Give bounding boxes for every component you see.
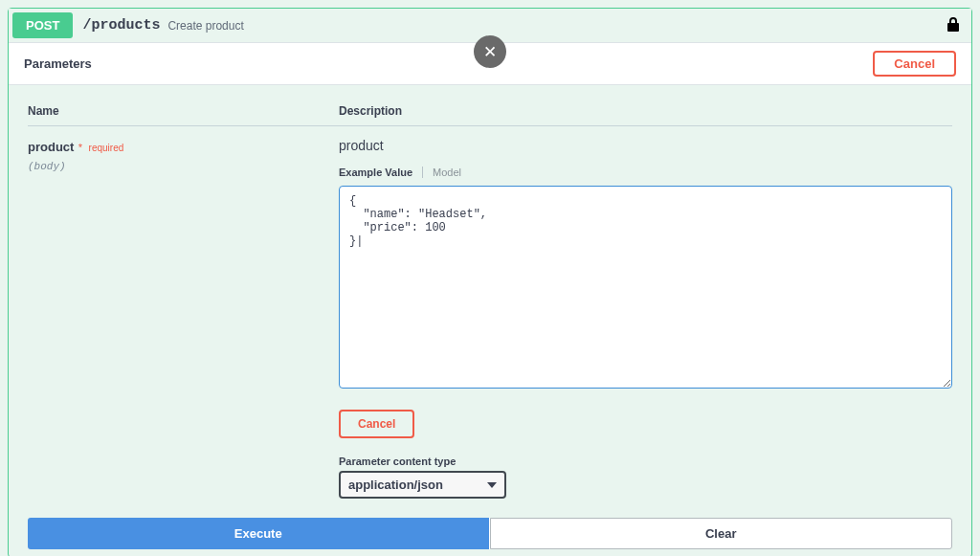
close-icon[interactable]: ✕	[474, 35, 506, 68]
parameters-header-bar: Parameters ✕ Cancel	[9, 42, 971, 85]
column-header-description: Description	[339, 104, 952, 118]
parameter-name-line: product * required	[28, 138, 339, 155]
parameter-description: product	[339, 138, 952, 153]
content-type-label: Parameter content type	[339, 456, 952, 467]
parameter-description-cell: product Example Value Model Cancel Param…	[339, 138, 952, 499]
request-body-textarea[interactable]	[339, 186, 952, 389]
clear-button[interactable]: Clear	[490, 518, 953, 549]
content-type-select-wrapper: application/json	[339, 471, 506, 499]
http-method-badge: POST	[12, 12, 73, 38]
cancel-button[interactable]: Cancel	[873, 51, 956, 77]
tab-model[interactable]: Model	[423, 167, 461, 178]
operation-block: POST /products Create product Parameters…	[8, 8, 972, 556]
parameters-table-header: Name Description	[28, 104, 952, 126]
body-tabs: Example Value Model	[339, 167, 952, 178]
column-header-name: Name	[28, 104, 339, 118]
parameter-in: (body)	[28, 161, 339, 172]
execute-button[interactable]: Execute	[28, 518, 490, 549]
parameter-name: product	[28, 140, 74, 154]
parameters-label: Parameters	[24, 56, 92, 71]
body-cancel-button[interactable]: Cancel	[339, 410, 414, 438]
action-buttons-row: Execute Clear	[28, 518, 952, 549]
parameter-name-cell: product * required (body)	[28, 138, 339, 499]
parameters-panel: Name Description product * required (bod…	[9, 85, 971, 518]
content-type-select[interactable]: application/json	[339, 471, 506, 499]
parameter-row: product * required (body) product Exampl…	[28, 138, 952, 499]
lock-icon[interactable]	[947, 16, 960, 35]
endpoint-path: /products	[82, 17, 160, 33]
required-text: required	[89, 143, 124, 153]
tab-example-value[interactable]: Example Value	[339, 167, 423, 178]
required-star-icon: *	[78, 142, 82, 153]
endpoint-description: Create product	[167, 19, 243, 33]
